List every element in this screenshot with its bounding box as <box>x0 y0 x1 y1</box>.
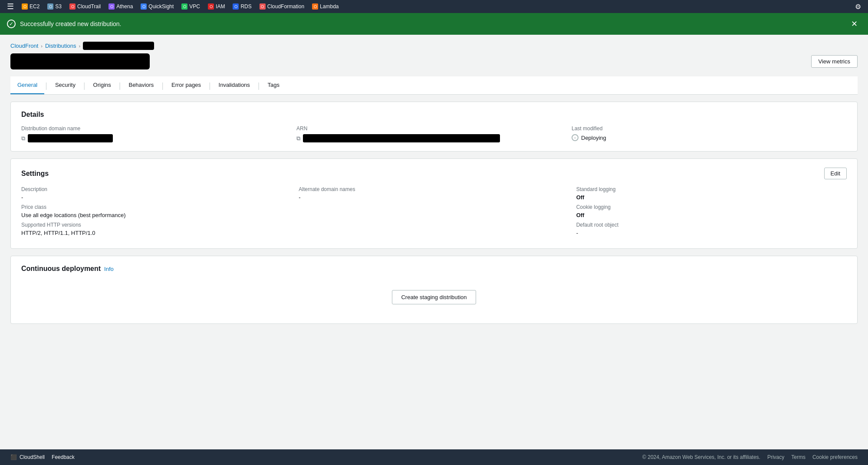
success-check-icon: ✓ <box>7 20 16 28</box>
price-class-field: Price class Use all edge locations (best… <box>21 204 292 218</box>
domain-name-label: Distribution domain name <box>21 125 296 132</box>
nav-service-quicksight[interactable]: ⬡ QuickSight <box>137 3 177 10</box>
http-versions-field: Supported HTTP versions HTTP/2, HTTP/1.1… <box>21 222 292 236</box>
tabs-bar: General | Security | Origins | Behaviors… <box>10 76 858 95</box>
breadcrumb-sep-2: › <box>79 43 81 49</box>
standard-logging-field: Standard logging Off <box>576 186 847 201</box>
nav-service-vpc[interactable]: ⬡ VPC <box>178 3 204 10</box>
page-title-bar: ██████████████████████ View metrics <box>10 53 858 69</box>
rds-icon: ⬡ <box>233 3 239 10</box>
arn-field: ARN ⧉ ██████████████████████████████████… <box>296 125 572 142</box>
top-nav: ☰ ⬡ EC2 ⬡ S3 ⬡ CloudTrail ⬡ Athena ⬡ Qui… <box>0 0 868 13</box>
page-title: ██████████████████████ <box>10 53 150 69</box>
standard-logging-value: Off <box>576 194 847 201</box>
arn-value: ⧉ ██████████████████████████████████████… <box>296 134 572 142</box>
view-metrics-button[interactable]: View metrics <box>811 55 858 68</box>
footer: ⬛ CloudShell Feedback © 2024, Amazon Web… <box>0 449 868 452</box>
tab-security[interactable]: Security <box>48 76 82 94</box>
nav-service-cloudtrail[interactable]: ⬡ CloudTrail <box>66 3 104 10</box>
arn-label: ARN <box>296 125 572 132</box>
breadcrumb-cloudfront[interactable]: CloudFront <box>10 43 38 49</box>
cloudtrail-icon: ⬡ <box>69 3 76 10</box>
nav-service-ec2[interactable]: ⬡ EC2 <box>18 3 43 10</box>
continuous-deployment-info-link[interactable]: Info <box>104 266 114 272</box>
tab-tags[interactable]: Tags <box>261 76 286 94</box>
cookie-logging-label: Cookie logging <box>576 204 847 210</box>
settings-col-2: Alternate domain names - <box>299 186 569 240</box>
nav-service-rds[interactable]: ⬡ RDS <box>229 3 255 10</box>
create-staging-distribution-button[interactable]: Create staging distribution <box>392 290 476 304</box>
arn-redacted: ████████████████████████████████████████… <box>303 134 500 142</box>
details-title: Details <box>21 111 44 119</box>
default-root-value: - <box>576 230 847 236</box>
lambda-icon: ⬡ <box>312 3 318 10</box>
vpc-icon: ⬡ <box>181 3 187 10</box>
details-card-header: Details <box>21 111 847 119</box>
domain-name-redacted: ████████████████████ <box>28 134 113 142</box>
settings-edit-button[interactable]: Edit <box>824 168 847 179</box>
settings-grid: Description - Price class Use all edge l… <box>21 186 847 240</box>
continuous-deployment-title: Continuous deployment <box>21 265 101 273</box>
settings-col-3: Standard logging Off Cookie logging Off … <box>576 186 847 240</box>
alt-domain-field: Alternate domain names - <box>299 186 569 201</box>
tab-behaviors[interactable]: Behaviors <box>122 76 161 94</box>
last-modified-value: Deploying <box>581 135 606 141</box>
standard-logging-label: Standard logging <box>576 186 847 192</box>
details-card: Details Distribution domain name ⧉ █████… <box>10 102 858 152</box>
tab-origins[interactable]: Origins <box>86 76 118 94</box>
breadcrumb-sep-1: › <box>41 43 43 49</box>
breadcrumb-distributions[interactable]: Distributions <box>45 43 76 49</box>
settings-title: Settings <box>21 170 49 178</box>
settings-icon[interactable]: ⚙ <box>852 1 865 13</box>
last-modified-label: Last modified <box>572 125 847 132</box>
settings-card-header: Settings Edit <box>21 168 847 179</box>
arn-copy-icon[interactable]: ⧉ <box>296 135 300 142</box>
domain-name-value: ⧉ ████████████████████ <box>21 134 296 142</box>
success-message: Successfully created new distribution. <box>20 20 121 27</box>
nav-service-lambda[interactable]: ⬡ Lambda <box>309 3 342 10</box>
quicksight-icon: ⬡ <box>141 3 147 10</box>
default-root-field: Default root object - <box>576 222 847 236</box>
settings-col-1: Description - Price class Use all edge l… <box>21 186 292 240</box>
domain-name-field: Distribution domain name ⧉ █████████████… <box>21 125 296 142</box>
banner-close-button[interactable]: ✕ <box>848 17 861 30</box>
continuous-deployment-body: Create staging distribution <box>21 280 847 315</box>
description-field: Description - <box>21 186 292 201</box>
description-value: - <box>21 194 292 201</box>
deploying-circle-icon: ○ <box>572 134 579 141</box>
http-versions-label: Supported HTTP versions <box>21 222 292 228</box>
cookie-logging-field: Cookie logging Off <box>576 204 847 218</box>
tab-error-pages[interactable]: Error pages <box>164 76 208 94</box>
alt-domain-label: Alternate domain names <box>299 186 569 192</box>
success-banner: ✓ Successfully created new distribution.… <box>0 13 868 35</box>
last-modified-field: Last modified ○ Deploying <box>572 125 847 142</box>
continuous-deployment-header: Continuous deployment Info <box>21 265 847 273</box>
continuous-deployment-card: Continuous deployment Info Create stagin… <box>10 256 858 324</box>
http-versions-value: HTTP/2, HTTP/1.1, HTTP/1.0 <box>21 230 292 236</box>
price-class-label: Price class <box>21 204 292 210</box>
default-root-label: Default root object <box>576 222 847 228</box>
details-grid: Distribution domain name ⧉ █████████████… <box>21 125 847 142</box>
nav-service-athena[interactable]: ⬡ Athena <box>105 3 136 10</box>
price-class-value: Use all edge locations (best performance… <box>21 212 292 218</box>
domain-copy-icon[interactable]: ⧉ <box>21 135 25 142</box>
cookie-logging-value: Off <box>576 212 847 218</box>
main-content: CloudFront › Distributions › ███████████… <box>0 35 868 452</box>
nav-service-iam[interactable]: ⬡ IAM <box>204 3 228 10</box>
nav-service-cloudformation[interactable]: ⬡ CloudFormation <box>256 3 308 10</box>
deploying-status: ○ Deploying <box>572 134 847 141</box>
alt-domain-value: - <box>299 194 569 201</box>
nav-service-s3[interactable]: ⬡ S3 <box>44 3 65 10</box>
iam-icon: ⬡ <box>208 3 214 10</box>
ec2-icon: ⬡ <box>22 3 28 10</box>
settings-card: Settings Edit Description - Price class … <box>10 158 858 249</box>
breadcrumb-current: ████████████████ <box>83 42 154 50</box>
breadcrumb: CloudFront › Distributions › ███████████… <box>10 42 858 50</box>
s3-icon: ⬡ <box>47 3 53 10</box>
description-label: Description <box>21 186 292 192</box>
cloudformation-icon: ⬡ <box>260 3 266 10</box>
athena-icon: ⬡ <box>108 3 115 10</box>
tab-general[interactable]: General <box>10 76 44 94</box>
tab-invalidations[interactable]: Invalidations <box>212 76 257 94</box>
hamburger-menu[interactable]: ☰ <box>3 0 17 13</box>
